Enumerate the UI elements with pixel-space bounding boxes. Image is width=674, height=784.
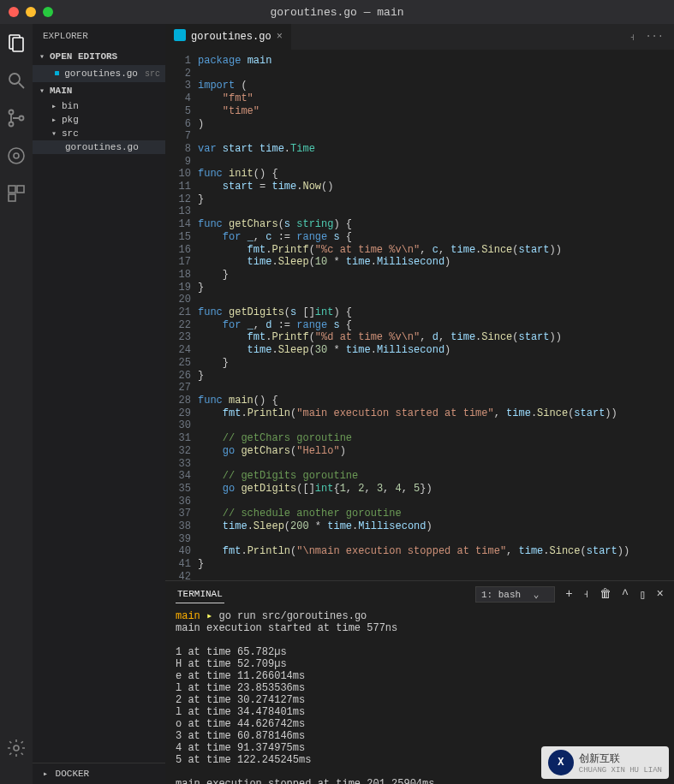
chevron-down-icon: ▾ [38, 86, 46, 96]
debug-icon[interactable] [6, 146, 27, 166]
chevron-right-icon: ▸ [50, 115, 58, 125]
file-goroutines-label: goroutines.go [65, 142, 139, 152]
split-terminal-icon[interactable]: ⫞ [583, 587, 589, 601]
svg-rect-1 [13, 38, 23, 51]
svg-point-6 [20, 116, 24, 121]
panel-toggle-icon[interactable]: ▯ [639, 587, 646, 602]
search-icon[interactable] [6, 70, 27, 91]
svg-rect-15 [174, 29, 186, 41]
more-actions-icon[interactable]: ··· [645, 31, 664, 44]
svg-point-12 [14, 745, 19, 751]
svg-point-7 [9, 148, 24, 163]
folder-pkg-label: pkg [62, 115, 79, 125]
source-control-icon[interactable] [6, 108, 27, 128]
svg-rect-9 [9, 186, 15, 193]
watermark-sub: CHUANG XIN HU LIAN [579, 766, 662, 775]
window-title: goroutines.go — main [270, 6, 403, 19]
minimize-window-button[interactable] [26, 7, 36, 17]
open-file-dir: src [145, 69, 160, 79]
terminal-tab[interactable]: TERMINAL [176, 585, 224, 603]
go-file-icon [55, 68, 59, 80]
maximize-window-button[interactable] [43, 7, 53, 17]
chevron-right-icon: ▸ [50, 101, 58, 111]
svg-point-5 [9, 122, 14, 127]
close-window-button[interactable] [9, 7, 19, 17]
folder-src[interactable]: ▾ src [33, 127, 165, 140]
svg-rect-10 [17, 186, 24, 193]
chevron-down-icon: ▾ [38, 51, 46, 62]
svg-line-3 [19, 83, 24, 88]
code-content[interactable]: package main import ( "fmt" "time") var … [198, 50, 674, 580]
tab-label: goroutines.go [191, 31, 271, 43]
new-terminal-icon[interactable]: + [565, 587, 572, 601]
open-editor-item[interactable]: goroutines.go src [33, 65, 165, 82]
open-editors-section[interactable]: ▾ OPEN EDITORS [33, 48, 165, 65]
tab-goroutines[interactable]: goroutines.go × [165, 24, 292, 50]
trash-icon[interactable]: 🗑 [599, 587, 611, 601]
shell-label: 1: bash [481, 590, 521, 600]
line-gutter: 1234567891011121314151617181920212223242… [165, 50, 198, 580]
code-editor[interactable]: 1234567891011121314151617181920212223242… [165, 50, 674, 580]
open-file-label: goroutines.go [64, 68, 138, 79]
traffic-lights [9, 7, 53, 17]
sidebar-title: EXPLORER [33, 24, 165, 48]
tab-bar: goroutines.go × ⫞ ··· [165, 24, 674, 50]
svg-point-8 [14, 153, 19, 158]
chevron-down-icon: ▾ [50, 128, 58, 139]
close-tab-icon[interactable]: × [277, 31, 283, 43]
docker-label: DOCKER [56, 769, 90, 779]
terminal-header: TERMINAL 1: bash ⌄ + ⫞ 🗑 ^ ▯ × [165, 581, 674, 607]
open-editors-label: OPEN EDITORS [50, 51, 117, 62]
watermark: X 创新互联 CHUANG XIN HU LIAN [541, 746, 669, 779]
svg-rect-13 [55, 71, 59, 75]
file-goroutines[interactable]: goroutines.go [33, 140, 165, 154]
editor-area: goroutines.go × ⫞ ··· 123456789101112131… [165, 24, 674, 784]
chevron-right-icon: ▸ [41, 769, 50, 779]
watermark-brand: 创新互联 [579, 751, 662, 766]
go-file-icon [174, 29, 186, 45]
folder-bin[interactable]: ▸ bin [33, 99, 165, 113]
main-folder-section[interactable]: ▾ MAIN [33, 82, 165, 99]
sidebar: EXPLORER ▾ OPEN EDITORS goroutines.go sr… [33, 24, 165, 784]
svg-point-2 [9, 74, 20, 84]
main-section-label: MAIN [50, 86, 72, 96]
titlebar: goroutines.go — main [0, 0, 674, 24]
folder-bin-label: bin [62, 101, 79, 111]
shell-selector[interactable]: 1: bash ⌄ [475, 586, 555, 603]
watermark-logo-icon: X [548, 750, 574, 775]
folder-src-label: src [62, 128, 79, 139]
chevron-updown-icon: ⌄ [534, 590, 540, 600]
svg-point-4 [9, 110, 14, 115]
svg-rect-11 [9, 194, 15, 201]
maximize-panel-icon[interactable]: ^ [622, 587, 629, 601]
extensions-icon[interactable] [6, 183, 27, 204]
docker-section[interactable]: ▸ DOCKER [33, 763, 165, 784]
split-editor-icon[interactable]: ⫞ [629, 31, 635, 44]
close-panel-icon[interactable]: × [657, 587, 664, 601]
folder-pkg[interactable]: ▸ pkg [33, 113, 165, 127]
explorer-icon[interactable] [6, 33, 27, 53]
activity-bar [0, 24, 33, 784]
settings-gear-icon[interactable] [6, 738, 27, 758]
